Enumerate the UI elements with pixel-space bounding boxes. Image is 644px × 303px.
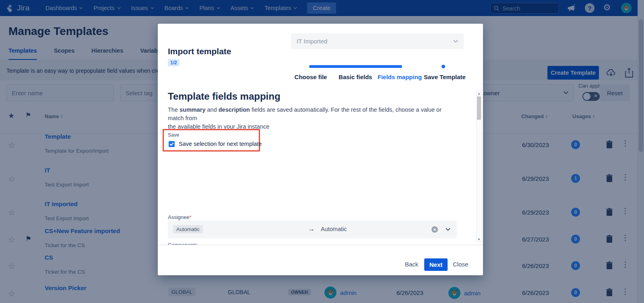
save-selection-checkbox[interactable] [169, 141, 175, 147]
modal-scrollbar[interactable]: ▲ ▼ [476, 90, 482, 242]
mapping-description: The summary and description fields are s… [168, 106, 454, 131]
chevron-down-icon[interactable] [446, 228, 450, 231]
target-value: Automatic [321, 226, 347, 232]
scrollbar-down-icon[interactable]: ▼ [477, 238, 481, 241]
modal-title: Import template [168, 47, 231, 56]
mapping-heading: Template fields mapping [168, 91, 281, 102]
back-button[interactable]: Back [405, 261, 418, 268]
field-label-assignee: Assignee* [168, 214, 192, 220]
template-select[interactable]: IT Imported [291, 33, 464, 49]
import-template-modal: IT Imported Import template 1/2 Choose f… [158, 24, 483, 275]
step-choose-file[interactable]: Choose file [289, 74, 333, 80]
template-select-value: IT Imported [297, 38, 327, 45]
save-selection-row: Save selection for next template [169, 141, 262, 147]
next-button[interactable]: Next [424, 258, 448, 271]
chevron-down-icon [453, 40, 458, 43]
stepper-dot [442, 65, 445, 68]
close-button[interactable]: Close [453, 261, 468, 268]
stepper-progress-bar [309, 65, 402, 68]
step-count-badge: 1/2 [168, 59, 180, 66]
source-value-chip: Automatic [173, 225, 203, 233]
step-basic-fields[interactable]: Basic fields [333, 74, 378, 80]
clear-selection-icon[interactable]: ✕ [431, 226, 438, 233]
step-fields-mapping[interactable]: Fields mapping [376, 74, 424, 80]
modal-scrollbar-thumb[interactable] [477, 96, 481, 120]
arrow-right-icon: → [308, 225, 315, 233]
field-label-components: Components [168, 242, 198, 245]
required-asterisk: * [189, 214, 191, 220]
step-save-template[interactable]: Save Template [419, 74, 471, 80]
field-row-assignee[interactable]: Automatic → Automatic ✕ [168, 221, 457, 238]
scrollbar-up-icon[interactable]: ▲ [477, 92, 481, 95]
modal-scroll-area: Template fields mapping The summary and … [158, 84, 483, 245]
save-selection-label: Save selection for next template [179, 141, 262, 147]
save-section-label: Save [168, 132, 180, 138]
